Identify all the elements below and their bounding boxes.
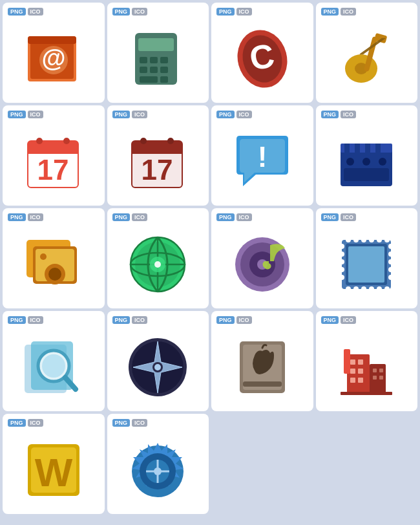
icon-cell-message[interactable]: PNG ICO ! — [211, 105, 313, 206]
svg-point-35 — [167, 138, 174, 144]
badge-ico[interactable]: ICO — [132, 111, 147, 118]
badge-group: PNG ICO — [321, 8, 357, 16]
icon-image-compass — [112, 328, 204, 406]
icon-cell-calculator[interactable]: PNG ICO — [107, 3, 209, 103]
badge-png[interactable]: PNG — [321, 8, 339, 16]
badge-ico[interactable]: ICO — [341, 316, 356, 324]
svg-text:!: ! — [257, 141, 267, 173]
svg-rect-14 — [160, 76, 168, 83]
badge-png[interactable]: PNG — [321, 111, 339, 118]
badge-group: PNG ICO — [8, 213, 43, 221]
badge-ico[interactable]: ICO — [132, 8, 147, 16]
badge-group: PNG ICO — [216, 8, 252, 16]
badge-ico[interactable]: ICO — [341, 213, 356, 221]
svg-rect-8 — [150, 57, 158, 63]
svg-rect-7 — [140, 57, 147, 63]
badge-ico[interactable]: ICO — [28, 8, 43, 16]
badge-ico[interactable]: ICO — [132, 316, 147, 324]
icon-cell-network[interactable]: PNG ICO — [107, 208, 209, 308]
badge-ico[interactable]: ICO — [341, 8, 356, 16]
badge-png[interactable]: PNG — [216, 213, 235, 221]
icon-cell-apple[interactable]: PNG ICO — [211, 311, 313, 411]
icon-cell-stamp[interactable]: PNG ICO — [316, 208, 418, 308]
icon-cell-clapper[interactable]: PNG ICO — [316, 105, 418, 206]
svg-rect-105 — [350, 359, 355, 365]
badge-png[interactable]: PNG — [321, 213, 339, 221]
badge-png[interactable]: PNG — [112, 213, 131, 221]
badge-png[interactable]: PNG — [8, 111, 26, 118]
svg-rect-109 — [350, 378, 355, 383]
icon-cell-mail[interactable]: PNG ICO @ — [3, 3, 105, 103]
svg-point-28 — [36, 138, 43, 144]
svg-rect-111 — [373, 369, 377, 372]
icon-image-calculator — [112, 19, 204, 98]
svg-point-76 — [369, 286, 374, 292]
svg-rect-33 — [132, 149, 182, 154]
svg-rect-114 — [379, 376, 383, 380]
badge-png[interactable]: PNG — [112, 316, 131, 324]
badge-ico[interactable]: ICO — [28, 213, 43, 221]
badge-png[interactable]: PNG — [216, 316, 235, 324]
svg-point-79 — [339, 244, 344, 249]
badge-group: PNG ICO — [216, 316, 252, 324]
badge-png[interactable]: PNG — [321, 316, 339, 324]
badge-ico[interactable]: ICO — [236, 316, 252, 324]
badge-png[interactable]: PNG — [8, 419, 26, 427]
svg-point-80 — [339, 252, 344, 257]
svg-rect-41 — [355, 144, 360, 153]
icon-image-ipod — [216, 225, 308, 303]
badge-ico[interactable]: ICO — [236, 213, 252, 221]
svg-text:W: W — [34, 450, 72, 495]
icon-cell-search[interactable]: PNG ICO — [3, 311, 105, 411]
icon-cell-calendar2[interactable]: PNG ICO 17 — [107, 105, 209, 206]
icon-cell-ipod[interactable]: PNG ICO — [211, 208, 313, 308]
svg-point-99 — [154, 364, 161, 370]
badge-png[interactable]: PNG — [112, 111, 131, 118]
icon-cell-target[interactable]: PNG ICO — [107, 414, 209, 514]
icon-cell-compass[interactable]: PNG ICO — [107, 311, 209, 411]
svg-point-73 — [346, 286, 351, 292]
badge-ico[interactable]: ICO — [236, 8, 252, 16]
badge-png[interactable]: PNG — [216, 8, 235, 16]
icon-image-mail: @ — [8, 19, 100, 98]
icon-image-stamp — [321, 225, 413, 303]
badge-png[interactable]: PNG — [112, 8, 131, 16]
svg-point-44 — [346, 158, 354, 166]
badge-group: PNG ICO — [8, 8, 43, 16]
badge-png[interactable]: PNG — [8, 213, 26, 221]
svg-point-86 — [388, 259, 394, 264]
svg-rect-9 — [160, 57, 168, 63]
badge-ico[interactable]: ICO — [132, 213, 147, 221]
icon-cell-calendar1[interactable]: PNG ICO 17 — [3, 105, 105, 206]
svg-text:@: @ — [41, 45, 65, 72]
svg-rect-107 — [350, 369, 355, 374]
icon-cell-iphoto[interactable]: PNG ICO — [3, 208, 105, 308]
svg-rect-11 — [150, 67, 158, 73]
badge-group: PNG ICO — [321, 213, 357, 221]
icon-cell-xcode[interactable]: PNG ICO C — [211, 3, 313, 103]
svg-rect-104 — [370, 364, 386, 393]
badge-ico[interactable]: ICO — [236, 111, 252, 118]
badge-ico[interactable]: ICO — [28, 419, 43, 427]
badge-png[interactable]: PNG — [112, 419, 131, 427]
svg-rect-66 — [348, 246, 384, 283]
badge-png[interactable]: PNG — [8, 316, 26, 324]
icon-image-message: ! — [216, 122, 308, 200]
badge-group: PNG ICO — [216, 213, 252, 221]
icon-cell-guitar[interactable]: PNG ICO — [316, 3, 418, 103]
badge-ico[interactable]: ICO — [132, 419, 147, 427]
icon-cell-building[interactable]: PNG ICO — [316, 311, 418, 411]
svg-point-87 — [388, 267, 394, 272]
badge-group: PNG ICO — [8, 419, 43, 427]
badge-group: PNG ICO — [112, 316, 148, 324]
badge-group: PNG ICO — [321, 316, 357, 324]
svg-point-69 — [361, 237, 366, 242]
badge-group: PNG ICO — [321, 111, 357, 118]
badge-ico[interactable]: ICO — [341, 111, 356, 118]
badge-ico[interactable]: ICO — [28, 316, 43, 324]
icon-cell-word[interactable]: PNG ICO W — [3, 414, 105, 514]
badge-ico[interactable]: ICO — [28, 111, 43, 118]
badge-png[interactable]: PNG — [8, 8, 26, 16]
badge-png[interactable]: PNG — [216, 111, 235, 118]
svg-point-71 — [377, 237, 382, 242]
